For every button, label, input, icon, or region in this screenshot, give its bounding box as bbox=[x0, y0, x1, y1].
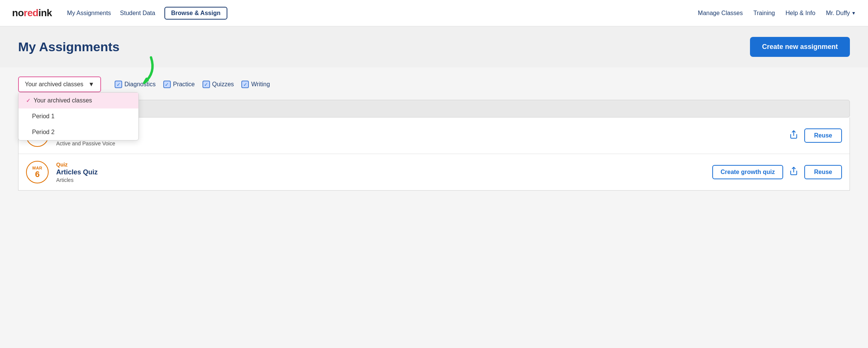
diagnostics-check-icon: ✓ bbox=[115, 81, 122, 88]
logo-red: red bbox=[24, 7, 38, 18]
assignment-sub-1: Active and Passive Voice bbox=[56, 140, 780, 147]
action-buttons-2: Create growth quiz Reuse bbox=[712, 165, 842, 179]
assignment-type-1: Practice bbox=[56, 125, 780, 131]
reuse-button-2[interactable]: Reuse bbox=[804, 165, 842, 179]
assignment-name-1[interactable]: Practice bbox=[56, 132, 780, 140]
filter-quizzes[interactable]: ✓ Quizzes bbox=[202, 81, 234, 88]
filter-practice-label: Practice bbox=[173, 81, 195, 88]
dropdown-item-period1[interactable]: Period 1 bbox=[18, 108, 138, 124]
dropdown-item-period2[interactable]: Period 2 bbox=[18, 124, 138, 140]
user-menu-chevron: ▼ bbox=[851, 11, 856, 16]
class-dropdown-menu: ✓ Your archived classes Period 1 Period … bbox=[18, 92, 139, 140]
assignment-name-2[interactable]: Articles Quiz bbox=[56, 168, 705, 176]
action-buttons-1: Reuse bbox=[788, 128, 842, 143]
archive-header[interactable]: ▼ Your Archive (48) bbox=[18, 100, 850, 118]
page-header: My Assignments Create new assignment bbox=[0, 26, 868, 67]
assignment-info-1: Practice Practice Active and Passive Voi… bbox=[56, 125, 780, 147]
quizzes-check-icon: ✓ bbox=[202, 81, 210, 88]
nav-help-info[interactable]: Help & Info bbox=[785, 10, 815, 17]
dropdown-item-label-period1: Period 1 bbox=[32, 113, 55, 120]
class-dropdown-wrapper: Your archived classes ▼ ✓ Your archived … bbox=[18, 76, 101, 92]
nav-training[interactable]: Training bbox=[753, 10, 775, 17]
create-growth-quiz-button[interactable]: Create growth quiz bbox=[712, 165, 783, 179]
logo: noredink bbox=[12, 7, 52, 19]
navbar: noredink My Assignments Student Data Bro… bbox=[0, 0, 868, 26]
nav-right: Manage Classes Training Help & Info Mr. … bbox=[698, 10, 856, 17]
nav-manage-classes[interactable]: Manage Classes bbox=[698, 10, 743, 17]
assignment-type-2: Quiz bbox=[56, 162, 705, 168]
page-title: My Assignments bbox=[18, 40, 120, 54]
filter-quizzes-label: Quizzes bbox=[212, 81, 234, 88]
dropdown-item-archived[interactable]: ✓ Your archived classes bbox=[18, 93, 138, 108]
nav-browse-assign[interactable]: Browse & Assign bbox=[164, 7, 227, 20]
assignment-sub-2: Articles bbox=[56, 177, 705, 183]
user-menu[interactable]: Mr. Duffy ▼ bbox=[826, 10, 856, 17]
date-day-2: 6 bbox=[35, 170, 40, 179]
nav-my-assignments[interactable]: My Assignments bbox=[67, 10, 111, 17]
class-dropdown-arrow: ▼ bbox=[88, 81, 94, 88]
dropdown-item-label-archived: Your archived classes bbox=[34, 97, 92, 104]
table-row: MAR 6 Quiz Articles Quiz Articles Create… bbox=[18, 154, 850, 190]
class-dropdown-trigger[interactable]: Your archived classes ▼ bbox=[18, 76, 101, 92]
share-button-2[interactable] bbox=[788, 165, 800, 179]
logo-ink: ink bbox=[38, 7, 52, 18]
check-icon-archived: ✓ bbox=[26, 98, 31, 104]
dropdown-item-label-period2: Period 2 bbox=[32, 129, 55, 136]
nav-student-data[interactable]: Student Data bbox=[120, 10, 155, 17]
assignment-list: SEP 17 Practice Practice Active and Pass… bbox=[18, 118, 850, 191]
date-badge-2: MAR 6 bbox=[26, 161, 49, 183]
writing-check-icon: ✓ bbox=[241, 81, 249, 88]
filter-diagnostics-label: Diagnostics bbox=[124, 81, 156, 88]
share-button-1[interactable] bbox=[788, 128, 800, 143]
nav-links: My Assignments Student Data Browse & Ass… bbox=[67, 7, 686, 20]
create-assignment-button[interactable]: Create new assignment bbox=[750, 37, 850, 57]
user-name: Mr. Duffy bbox=[826, 10, 850, 17]
logo-no: no bbox=[12, 7, 24, 18]
class-dropdown-value: Your archived classes bbox=[25, 81, 83, 88]
filter-writing[interactable]: ✓ Writing bbox=[241, 81, 270, 88]
filter-checkboxes: ✓ Diagnostics ✓ Practice ✓ Quizzes ✓ Wri… bbox=[115, 81, 270, 88]
table-row: SEP 17 Practice Practice Active and Pass… bbox=[18, 118, 850, 154]
filter-practice[interactable]: ✓ Practice bbox=[163, 81, 195, 88]
assignment-info-2: Quiz Articles Quiz Articles bbox=[56, 162, 705, 183]
filters-row: Your archived classes ▼ ✓ Your archived … bbox=[18, 76, 850, 92]
practice-check-icon: ✓ bbox=[163, 81, 171, 88]
reuse-button-1[interactable]: Reuse bbox=[804, 128, 842, 143]
filter-diagnostics[interactable]: ✓ Diagnostics bbox=[115, 81, 156, 88]
filter-writing-label: Writing bbox=[251, 81, 270, 88]
content-area: Your archived classes ▼ ✓ Your archived … bbox=[0, 67, 868, 293]
